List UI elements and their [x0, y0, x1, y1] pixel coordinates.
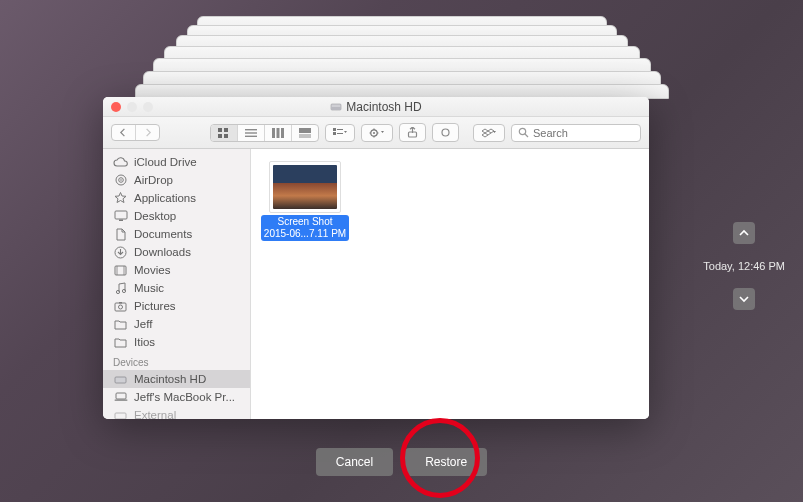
content-area[interactable]: Screen Shot 2015-06...7.11 PM: [251, 149, 649, 419]
svg-point-41: [119, 305, 123, 309]
svg-rect-32: [115, 211, 127, 219]
svg-rect-2: [218, 128, 222, 132]
file-name-line2: 2015-06...7.11 PM: [264, 228, 346, 240]
timeline-down-button[interactable]: [733, 288, 755, 310]
svg-rect-12: [299, 128, 311, 133]
disk-icon: [113, 408, 128, 419]
toolbar: [103, 117, 649, 149]
sidebar-item-label: AirDrop: [134, 174, 173, 186]
sidebar-item-movies[interactable]: Movies: [103, 261, 250, 279]
svg-rect-17: [337, 129, 343, 130]
sidebar-item-label: Macintosh HD: [134, 373, 206, 385]
svg-rect-18: [337, 133, 343, 134]
sidebar-item-desktop[interactable]: Desktop: [103, 207, 250, 225]
sidebar-item-external[interactable]: External: [103, 406, 250, 419]
gear-icon: [362, 125, 392, 141]
svg-rect-1: [331, 107, 341, 110]
forward-button[interactable]: [135, 125, 159, 140]
sidebar-item-label: Movies: [134, 264, 170, 276]
svg-rect-44: [116, 393, 126, 399]
disk-icon: [113, 372, 128, 386]
sidebar-item-label: iCloud Drive: [134, 156, 197, 168]
laptop-icon: [113, 390, 128, 404]
arrange-dropdown[interactable]: [325, 124, 355, 142]
file-name-line1: Screen Shot: [264, 216, 346, 228]
svg-rect-9: [272, 128, 275, 138]
sidebar-item-label: Music: [134, 282, 164, 294]
svg-rect-33: [119, 220, 123, 222]
timeline-label: Today, 12:46 PM: [703, 260, 785, 272]
dropbox-dropdown[interactable]: [473, 124, 505, 142]
svg-rect-3: [224, 128, 228, 132]
sidebar-item-applications[interactable]: Applications: [103, 189, 250, 207]
svg-rect-15: [333, 128, 336, 131]
svg-rect-6: [245, 129, 257, 130]
svg-rect-42: [119, 302, 122, 304]
sidebar-item-documents[interactable]: Documents: [103, 225, 250, 243]
view-switcher: [210, 124, 319, 142]
sidebar-item-macbook[interactable]: Jeff's MacBook Pr...: [103, 388, 250, 406]
disk-icon: [330, 101, 342, 113]
sidebar-item-label: Jeff's MacBook Pr...: [134, 391, 235, 403]
apps-icon: [113, 191, 128, 205]
restore-button[interactable]: Restore: [405, 448, 487, 476]
column-view-button[interactable]: [264, 125, 291, 141]
svg-rect-46: [115, 413, 126, 419]
sidebar-item-label: Pictures: [134, 300, 176, 312]
cancel-button[interactable]: Cancel: [316, 448, 393, 476]
coverflow-view-button[interactable]: [291, 125, 318, 141]
svg-rect-45: [114, 400, 127, 401]
sidebar-item-downloads[interactable]: Downloads: [103, 243, 250, 261]
list-view-button[interactable]: [237, 125, 264, 141]
timeline-up-button[interactable]: [733, 222, 755, 244]
sidebar-item-label: Itios: [134, 336, 155, 348]
tags-button[interactable]: [432, 123, 459, 142]
sidebar-item-music[interactable]: Music: [103, 279, 250, 297]
documents-icon: [113, 227, 128, 241]
back-button[interactable]: [112, 125, 135, 140]
sidebar-item-itios[interactable]: Itios: [103, 333, 250, 351]
cloud-icon: [113, 155, 128, 169]
action-bar: Cancel Restore: [0, 448, 803, 476]
sidebar-item-label: Desktop: [134, 210, 176, 222]
sidebar-item-pictures[interactable]: Pictures: [103, 297, 250, 315]
search-field[interactable]: [511, 124, 641, 142]
folder-icon: [113, 335, 128, 349]
svg-rect-16: [333, 132, 336, 135]
sidebar-item-label: External: [134, 409, 176, 419]
svg-point-39: [122, 289, 125, 292]
window-title-text: Macintosh HD: [346, 100, 421, 114]
svg-point-38: [116, 290, 119, 293]
sidebar-item-macintosh-hd[interactable]: Macintosh HD: [103, 370, 250, 388]
action-dropdown[interactable]: [361, 124, 393, 142]
sidebar-item-label: Documents: [134, 228, 192, 240]
file-thumbnail: [269, 161, 341, 213]
window-title: Macintosh HD: [103, 100, 649, 114]
desktop-icon: [113, 209, 128, 223]
music-icon: [113, 281, 128, 295]
svg-rect-14: [299, 136, 311, 137]
svg-point-27: [519, 128, 525, 134]
sidebar-item-jeff[interactable]: Jeff: [103, 315, 250, 333]
sidebar-item-icloud[interactable]: iCloud Drive: [103, 153, 250, 171]
arrange-icon: [326, 125, 354, 141]
dropbox-icon: [474, 125, 504, 141]
search-icon: [518, 127, 529, 138]
svg-line-28: [525, 134, 528, 137]
sidebar-item-label: Applications: [134, 192, 196, 204]
icon-view-button[interactable]: [211, 125, 237, 141]
sidebar-item-airdrop[interactable]: AirDrop: [103, 171, 250, 189]
svg-rect-5: [224, 134, 228, 138]
svg-rect-40: [115, 303, 126, 311]
search-input[interactable]: [533, 127, 634, 139]
svg-point-20: [373, 132, 375, 134]
file-item[interactable]: Screen Shot 2015-06...7.11 PM: [263, 161, 347, 241]
timeline-nav: Today, 12:46 PM: [703, 222, 785, 310]
share-button[interactable]: [399, 123, 426, 142]
svg-rect-13: [299, 134, 311, 135]
pictures-icon: [113, 299, 128, 313]
movies-icon: [113, 263, 128, 277]
titlebar[interactable]: Macintosh HD: [103, 97, 649, 117]
svg-rect-43: [115, 377, 126, 383]
svg-point-31: [120, 179, 122, 181]
